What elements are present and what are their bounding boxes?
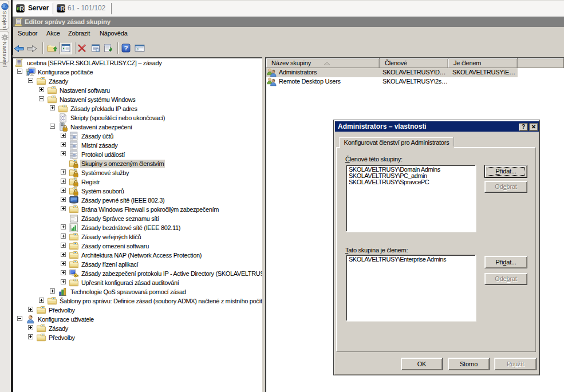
svg-text:R: R [19, 5, 24, 12]
svg-text:?: ? [124, 45, 128, 52]
svg-text:R: R [60, 5, 65, 12]
